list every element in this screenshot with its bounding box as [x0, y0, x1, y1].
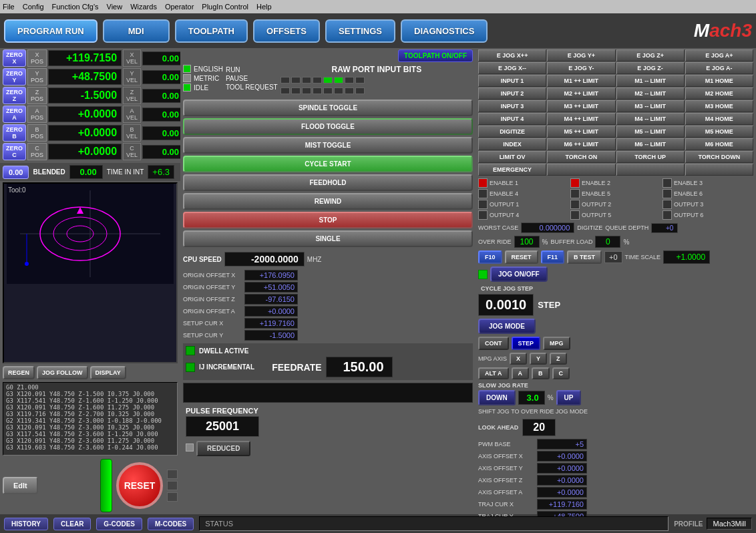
- jog-grid-cell[interactable]: TORCH UP: [616, 151, 685, 163]
- zero-c-btn[interactable]: ZERO C: [3, 143, 26, 160]
- g-codes-btn[interactable]: G-CODES: [96, 518, 142, 530]
- jog-on-off-btn[interactable]: JOG ON/OFF: [490, 266, 548, 282]
- axis-section: ZERO X X POS +119.7150 X VEL 0.00 ZERO Y…: [0, 48, 180, 163]
- zero-y-btn[interactable]: ZERO Y: [3, 68, 26, 85]
- zero-z-btn[interactable]: ZERO Z: [3, 87, 26, 104]
- jog-grid-cell[interactable]: INPUT 2: [478, 87, 546, 100]
- jog-grid-cell[interactable]: M1 HOME: [685, 75, 753, 87]
- b-test-btn[interactable]: B TEST: [567, 250, 602, 264]
- step-btn[interactable]: STEP: [512, 337, 541, 350]
- jog-grid-cell[interactable]: M5 ++ LIMIT: [547, 126, 615, 138]
- nav-offsets[interactable]: OFFSETS: [253, 19, 320, 43]
- nav-toolpath[interactable]: TOOLPATH: [175, 19, 248, 43]
- enable-label: ENABLE 3: [674, 180, 703, 186]
- up-btn[interactable]: UP: [556, 390, 582, 405]
- reduced-btn[interactable]: REDUCED: [196, 441, 250, 456]
- f10-btn[interactable]: F10: [478, 250, 502, 264]
- mpg-btn[interactable]: MPG: [543, 337, 570, 350]
- jog-grid-cell[interactable]: M3 -- LIMIT: [616, 100, 685, 112]
- feed-slider[interactable]: [100, 459, 112, 512]
- jog-grid-cell[interactable]: M2 -- LIMIT: [616, 87, 685, 100]
- zero-b-btn[interactable]: ZERO B: [3, 124, 26, 142]
- jog-grid-cell[interactable]: M2 ++ LIMIT: [547, 87, 615, 100]
- pwm-row: AXIS OFFSET X+0.0000: [478, 451, 753, 462]
- nav-mdi[interactable]: MDI: [103, 19, 170, 43]
- regen-btn[interactable]: REGEN: [3, 366, 35, 379]
- jog-grid-cell[interactable]: M5 -- LIMIT: [616, 126, 685, 138]
- jog-grid-cell[interactable]: M6 ++ LIMIT: [547, 138, 615, 150]
- menu-operator[interactable]: Operator: [165, 3, 194, 11]
- alt-a-btn[interactable]: ALT A: [478, 367, 509, 379]
- single-btn[interactable]: SINGLE: [183, 230, 473, 247]
- display-btn[interactable]: DISPLAY: [90, 366, 126, 379]
- cont-btn[interactable]: CONT: [478, 337, 509, 350]
- mpg-x-btn[interactable]: X: [510, 353, 527, 365]
- jog-follow-btn[interactable]: JOG FOLLOW: [37, 366, 88, 379]
- edit-btn[interactable]: EdIt: [3, 477, 38, 494]
- nav-program-run[interactable]: PROGRAM RUN: [4, 19, 98, 43]
- jog-grid-cell[interactable]: M1 -- LIMIT: [616, 75, 685, 87]
- zero-x-btn[interactable]: ZERO X: [3, 49, 26, 67]
- jog-grid-cell[interactable]: M3 ++ LIMIT: [547, 100, 615, 112]
- menu-plugin-control[interactable]: PlugIn Control: [202, 3, 248, 11]
- mpg-a-btn[interactable]: A: [512, 367, 530, 379]
- jog-grid-cell[interactable]: E JOG Y+: [547, 49, 615, 61]
- m-codes-btn[interactable]: M-CODES: [148, 518, 194, 530]
- menu-file[interactable]: File: [3, 3, 15, 11]
- zero-a-btn[interactable]: ZERO A: [3, 106, 26, 123]
- nav-diagnostics[interactable]: DIAGNOSTICS: [401, 19, 488, 43]
- jog-grid-cell[interactable]: E JOG X--: [478, 62, 546, 74]
- reset-big-btn[interactable]: RESET: [116, 462, 163, 509]
- jog-grid-cell[interactable]: M2 HOME: [685, 87, 753, 100]
- jog-grid-cell[interactable]: M5 HOME: [685, 126, 753, 138]
- jog-grid-cell[interactable]: M4 -- LIMIT: [616, 113, 685, 125]
- jog-grid-cell[interactable]: M6 HOME: [685, 138, 753, 150]
- jog-grid-cell[interactable]: M4 HOME: [685, 113, 753, 125]
- jog-grid-cell[interactable]: M4 ++ LIMIT: [547, 113, 615, 125]
- jog-grid-cell[interactable]: DIGITIZE: [478, 126, 546, 138]
- jog-grid-cell[interactable]: E JOG Z+: [616, 49, 685, 61]
- menu-config[interactable]: Config: [23, 3, 44, 11]
- menu-view[interactable]: View: [107, 3, 123, 11]
- jog-grid-cell[interactable]: INPUT 1: [478, 75, 546, 87]
- stop-btn[interactable]: STOP: [183, 212, 473, 228]
- jog-grid-cell[interactable]: INPUT 3: [478, 100, 546, 112]
- spindle-toggle-btn[interactable]: SPINDLE TOGGLE: [183, 100, 473, 116]
- jog-grid-cell[interactable]: TORCH DOWN: [685, 151, 753, 163]
- nav-settings[interactable]: SETTINGS: [325, 19, 395, 43]
- jog-grid-cell[interactable]: M1 ++ LIMIT: [547, 75, 615, 87]
- jog-grid-cell[interactable]: M6 -- LIMIT: [616, 138, 685, 150]
- jog-grid-cell[interactable]: E JOG Y-: [547, 62, 615, 74]
- reset-btn[interactable]: RESET: [505, 250, 538, 264]
- zero-all-btn[interactable]: 0.00: [3, 166, 29, 179]
- menu-help[interactable]: Help: [256, 3, 272, 11]
- jog-grid-cell[interactable]: LIMIT OV: [478, 151, 546, 163]
- jog-grid-cell[interactable]: E JOG A+: [685, 49, 753, 61]
- jog-grid-cell[interactable]: E JOG X++: [478, 49, 546, 61]
- mpg-z-btn[interactable]: Z: [550, 353, 567, 365]
- rewind-btn[interactable]: REWIND: [183, 193, 473, 210]
- jog-grid-cell[interactable]: M3 HOME: [685, 100, 753, 112]
- mpg-c-btn[interactable]: C: [552, 367, 570, 379]
- f11-btn[interactable]: F11: [541, 250, 565, 264]
- jog-grid-cell[interactable]: E JOG A-: [685, 62, 753, 74]
- jog-grid-cell[interactable]: INDEX: [478, 138, 546, 150]
- mist-toggle-btn[interactable]: MIST TOGGLE: [183, 137, 473, 154]
- menu-wizards[interactable]: Wizards: [130, 3, 157, 11]
- jog-mode-btn[interactable]: JOG MODE: [478, 319, 536, 334]
- menu-function-cfgs[interactable]: Function Cfg's: [52, 3, 99, 11]
- mpg-b-btn[interactable]: B: [532, 367, 550, 379]
- code-list[interactable]: G0 Z1.000G3 X120.091 Y48.750 Z-1.500 I0.…: [3, 382, 178, 456]
- clear-btn[interactable]: CLEAR: [53, 518, 91, 530]
- down-btn[interactable]: DOWN: [478, 390, 516, 405]
- toolpath-onoff-btn[interactable]: TOOLPATH ON/OFF: [398, 49, 473, 62]
- jog-grid-cell[interactable]: E JOG Z-: [616, 62, 685, 74]
- cycle-start-btn[interactable]: CYCLE START: [183, 156, 473, 172]
- mpg-y-btn[interactable]: Y: [530, 353, 547, 365]
- jog-grid-cell[interactable]: EMERGENCY: [478, 164, 546, 176]
- jog-grid-cell[interactable]: TORCH ON: [547, 151, 615, 163]
- history-btn[interactable]: HISTORY: [4, 518, 48, 530]
- jog-grid-cell[interactable]: INPUT 4: [478, 113, 546, 125]
- feedhold-btn[interactable]: FEEDHOLD: [183, 174, 473, 191]
- flood-toggle-btn[interactable]: FLOOD TOGGLE: [183, 118, 473, 135]
